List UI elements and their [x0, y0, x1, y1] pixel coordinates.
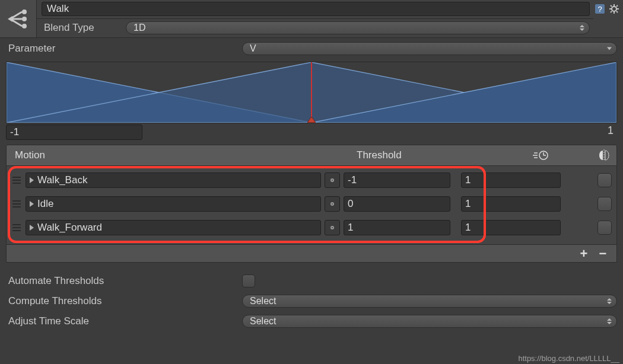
- column-threshold: Threshold: [357, 149, 508, 161]
- adjust-timescale-select[interactable]: Select: [242, 315, 617, 328]
- motion-table-header: Motion Threshold: [6, 145, 617, 166]
- threshold-value: 0: [348, 198, 353, 210]
- play-icon: [30, 225, 34, 231]
- column-motion: Motion: [11, 149, 357, 161]
- speed-input[interactable]: 1: [461, 196, 561, 212]
- axis-min-input[interactable]: -1: [6, 124, 142, 140]
- threshold-input[interactable]: -1: [344, 173, 450, 188]
- motion-name: Idle: [37, 198, 53, 210]
- add-motion-button[interactable]: +: [578, 248, 589, 259]
- axis-min-value: -1: [10, 126, 19, 138]
- svg-text:?: ?: [597, 5, 602, 14]
- watermark: https://blog.csdn.net/LLLLL__: [518, 354, 619, 363]
- automate-thresholds-checkbox[interactable]: [242, 274, 255, 288]
- play-icon: [30, 201, 34, 207]
- blend-type-value: 1D: [134, 23, 145, 33]
- mirror-checkbox[interactable]: [597, 197, 612, 211]
- blendtree-name-input[interactable]: [42, 2, 590, 16]
- object-picker-button[interactable]: [325, 220, 340, 235]
- table-row: Walk_Forward 1 1: [11, 216, 612, 240]
- threshold-value: 1: [348, 222, 353, 234]
- target-icon: [330, 226, 334, 229]
- dropdown-arrows-icon: [607, 318, 612, 324]
- compute-thresholds-value: Select: [250, 296, 276, 306]
- speed-value: 1: [465, 174, 471, 186]
- blendtree-icon: [0, 0, 37, 37]
- svg-marker-19: [307, 117, 316, 123]
- svg-marker-3: [8, 16, 12, 22]
- speed-value: 1: [465, 222, 471, 234]
- settings-icon[interactable]: [608, 2, 621, 15]
- object-picker-button[interactable]: [325, 196, 340, 212]
- parameter-label: Parameter: [6, 43, 242, 55]
- options-area: Automate Thresholds Compute Thresholds S…: [6, 271, 617, 331]
- axis-row: -1 1: [0, 124, 623, 142]
- play-icon: [30, 177, 34, 183]
- chevron-down-icon: [607, 47, 612, 50]
- svg-line-13: [611, 11, 612, 12]
- parameter-select[interactable]: V: [242, 42, 617, 55]
- svg-line-11: [611, 5, 612, 7]
- svg-point-0: [22, 9, 27, 14]
- motion-table-footer: + −: [6, 245, 617, 263]
- mirror-checkbox[interactable]: [597, 221, 612, 235]
- object-picker-button[interactable]: [325, 173, 340, 188]
- blend-type-select[interactable]: 1D: [126, 21, 590, 34]
- blend-diagram[interactable]: [6, 62, 617, 123]
- remove-motion-button[interactable]: −: [597, 248, 608, 259]
- inspector-header: Blend Type 1D ?: [0, 0, 623, 38]
- svg-point-1: [22, 17, 27, 21]
- dropdown-arrows-icon: [580, 25, 584, 31]
- parameter-value: V: [250, 43, 256, 54]
- target-icon: [330, 178, 334, 182]
- motion-field[interactable]: Walk_Forward: [26, 220, 321, 235]
- column-mirror-icon: [574, 149, 612, 161]
- threshold-value: -1: [348, 174, 357, 186]
- motion-field[interactable]: Idle: [26, 196, 321, 212]
- motion-name: Walk_Forward: [37, 222, 102, 234]
- speed-input[interactable]: 1: [461, 220, 561, 235]
- drag-handle-icon[interactable]: [11, 200, 22, 207]
- table-row: Walk_Back -1 1: [11, 168, 612, 192]
- threshold-input[interactable]: 1: [344, 220, 450, 235]
- parameter-row: Parameter V: [0, 38, 623, 59]
- target-icon: [330, 202, 334, 206]
- motion-table: Motion Threshold Walk_Back -1 1 Idle 0 1: [6, 145, 617, 263]
- svg-point-6: [612, 7, 616, 11]
- svg-point-2: [22, 24, 27, 28]
- drag-handle-icon[interactable]: [11, 177, 22, 184]
- compute-thresholds-label: Compute Thresholds: [6, 295, 242, 307]
- threshold-input[interactable]: 0: [344, 196, 450, 212]
- dropdown-arrows-icon: [607, 298, 612, 304]
- compute-thresholds-select[interactable]: Select: [242, 295, 617, 308]
- speed-input[interactable]: 1: [461, 173, 561, 188]
- adjust-timescale-label: Adjust Time Scale: [6, 315, 242, 327]
- adjust-timescale-value: Select: [250, 316, 276, 327]
- motion-name: Walk_Back: [37, 174, 87, 186]
- automate-thresholds-label: Automate Thresholds: [6, 275, 242, 287]
- axis-max-label: 1: [608, 124, 617, 137]
- speed-value: 1: [465, 198, 471, 210]
- scrubber-handle-icon[interactable]: [307, 117, 316, 123]
- help-icon[interactable]: ?: [593, 2, 606, 15]
- column-speed-icon: [508, 150, 574, 161]
- motion-table-body: Walk_Back -1 1 Idle 0 1 Walk_Forward 1 1: [6, 166, 617, 245]
- svg-line-12: [616, 11, 618, 12]
- motion-field[interactable]: Walk_Back: [26, 173, 321, 188]
- svg-line-14: [616, 5, 618, 7]
- drag-handle-icon[interactable]: [11, 224, 22, 231]
- table-row: Idle 0 1: [11, 192, 612, 216]
- blend-type-label: Blend Type: [37, 22, 120, 34]
- mirror-checkbox[interactable]: [597, 173, 612, 187]
